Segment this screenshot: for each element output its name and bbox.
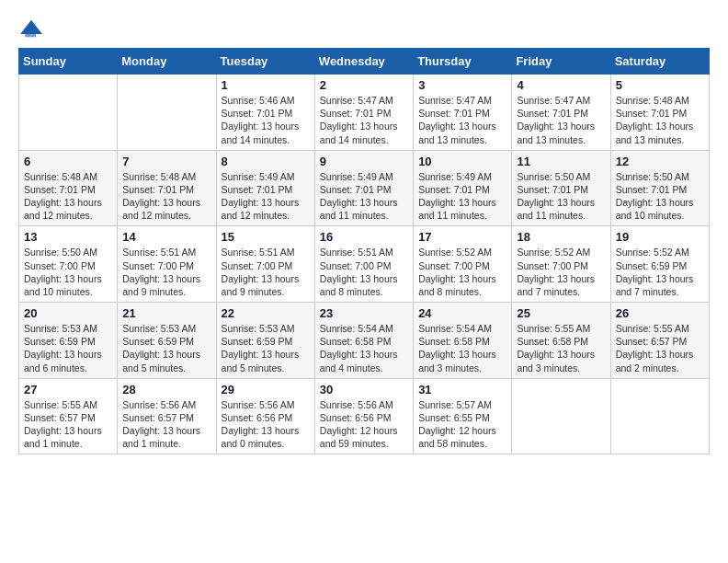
- calendar-cell: 3Sunrise: 5:47 AM Sunset: 7:01 PM Daylig…: [414, 75, 512, 151]
- day-number: 22: [222, 306, 310, 320]
- calendar-week-row: 1Sunrise: 5:46 AM Sunset: 7:01 PM Daylig…: [19, 75, 710, 151]
- cell-content: Sunrise: 5:55 AM Sunset: 6:58 PM Dayligh…: [517, 322, 605, 374]
- calendar-cell: 9Sunrise: 5:49 AM Sunset: 7:01 PM Daylig…: [314, 150, 413, 226]
- calendar-week-row: 6Sunrise: 5:48 AM Sunset: 7:01 PM Daylig…: [19, 150, 710, 226]
- cell-content: Sunrise: 5:56 AM Sunset: 6:56 PM Dayligh…: [320, 398, 408, 451]
- day-header-monday: Monday: [118, 49, 216, 75]
- cell-content: Sunrise: 5:51 AM Sunset: 7:00 PM Dayligh…: [122, 246, 210, 298]
- calendar-cell: 26Sunrise: 5:55 AM Sunset: 6:57 PM Dayli…: [610, 303, 709, 379]
- cell-content: Sunrise: 5:52 AM Sunset: 7:00 PM Dayligh…: [517, 246, 605, 298]
- page-header: [18, 18, 710, 39]
- cell-content: Sunrise: 5:48 AM Sunset: 7:01 PM Dayligh…: [122, 170, 210, 223]
- day-number: 23: [320, 306, 408, 320]
- day-number: 29: [222, 383, 310, 396]
- day-number: 15: [222, 230, 310, 244]
- calendar-cell: 4Sunrise: 5:47 AM Sunset: 7:01 PM Daylig…: [512, 75, 610, 151]
- calendar-cell: 14Sunrise: 5:51 AM Sunset: 7:00 PM Dayli…: [118, 226, 216, 303]
- calendar-cell: 13Sunrise: 5:50 AM Sunset: 7:00 PM Dayli…: [19, 226, 118, 303]
- day-number: 17: [418, 230, 506, 244]
- cell-content: Sunrise: 5:49 AM Sunset: 7:01 PM Dayligh…: [418, 170, 506, 223]
- cell-content: Sunrise: 5:53 AM Sunset: 6:59 PM Dayligh…: [24, 322, 112, 374]
- calendar-week-row: 13Sunrise: 5:50 AM Sunset: 7:00 PM Dayli…: [19, 226, 710, 303]
- day-header-thursday: Thursday: [414, 49, 512, 75]
- day-number: 20: [24, 306, 112, 320]
- calendar-cell: 21Sunrise: 5:53 AM Sunset: 6:59 PM Dayli…: [118, 303, 216, 379]
- calendar-cell: 12Sunrise: 5:50 AM Sunset: 7:01 PM Dayli…: [610, 150, 709, 226]
- calendar-cell: 27Sunrise: 5:55 AM Sunset: 6:57 PM Dayli…: [19, 378, 118, 454]
- cell-content: Sunrise: 5:56 AM Sunset: 6:56 PM Dayligh…: [222, 398, 310, 451]
- day-number: 16: [320, 230, 408, 244]
- calendar-cell: 15Sunrise: 5:51 AM Sunset: 7:00 PM Dayli…: [216, 226, 314, 303]
- calendar-week-row: 27Sunrise: 5:55 AM Sunset: 6:57 PM Dayli…: [19, 378, 710, 454]
- cell-content: Sunrise: 5:57 AM Sunset: 6:55 PM Dayligh…: [418, 398, 506, 451]
- calendar-cell: 17Sunrise: 5:52 AM Sunset: 7:00 PM Dayli…: [414, 226, 512, 303]
- day-number: 9: [320, 155, 408, 168]
- calendar-cell: 7Sunrise: 5:48 AM Sunset: 7:01 PM Daylig…: [118, 150, 216, 226]
- day-number: 1: [222, 78, 310, 92]
- calendar-cell: 29Sunrise: 5:56 AM Sunset: 6:56 PM Dayli…: [216, 378, 314, 454]
- svg-marker-1: [25, 28, 36, 37]
- calendar-cell: 28Sunrise: 5:56 AM Sunset: 6:57 PM Dayli…: [118, 378, 216, 454]
- calendar-cell: 2Sunrise: 5:47 AM Sunset: 7:01 PM Daylig…: [314, 75, 413, 151]
- calendar-cell: 23Sunrise: 5:54 AM Sunset: 6:58 PM Dayli…: [314, 303, 413, 379]
- cell-content: Sunrise: 5:55 AM Sunset: 6:57 PM Dayligh…: [616, 322, 704, 374]
- calendar-cell: 11Sunrise: 5:50 AM Sunset: 7:01 PM Dayli…: [512, 150, 610, 226]
- logo-icon: [18, 18, 44, 39]
- calendar-cell: 22Sunrise: 5:53 AM Sunset: 6:59 PM Dayli…: [216, 303, 314, 379]
- day-number: 18: [517, 230, 605, 244]
- calendar-week-row: 20Sunrise: 5:53 AM Sunset: 6:59 PM Dayli…: [19, 303, 710, 379]
- cell-content: Sunrise: 5:54 AM Sunset: 6:58 PM Dayligh…: [418, 322, 506, 374]
- cell-content: Sunrise: 5:46 AM Sunset: 7:01 PM Dayligh…: [222, 94, 310, 146]
- cell-content: Sunrise: 5:49 AM Sunset: 7:01 PM Dayligh…: [222, 170, 310, 223]
- calendar-cell: 31Sunrise: 5:57 AM Sunset: 6:55 PM Dayli…: [414, 378, 512, 454]
- cell-content: Sunrise: 5:53 AM Sunset: 6:59 PM Dayligh…: [122, 322, 210, 374]
- calendar-cell: 24Sunrise: 5:54 AM Sunset: 6:58 PM Dayli…: [414, 303, 512, 379]
- day-number: 28: [122, 383, 210, 396]
- day-number: 19: [616, 230, 704, 244]
- calendar-cell: 19Sunrise: 5:52 AM Sunset: 6:59 PM Dayli…: [610, 226, 709, 303]
- day-header-wednesday: Wednesday: [314, 49, 413, 75]
- cell-content: Sunrise: 5:51 AM Sunset: 7:00 PM Dayligh…: [222, 246, 310, 298]
- calendar-cell: 10Sunrise: 5:49 AM Sunset: 7:01 PM Dayli…: [414, 150, 512, 226]
- cell-content: Sunrise: 5:47 AM Sunset: 7:01 PM Dayligh…: [418, 94, 506, 146]
- logo: [18, 18, 48, 39]
- cell-content: Sunrise: 5:52 AM Sunset: 7:00 PM Dayligh…: [418, 246, 506, 298]
- day-number: 14: [122, 230, 210, 244]
- cell-content: Sunrise: 5:52 AM Sunset: 6:59 PM Dayligh…: [616, 246, 704, 298]
- day-number: 30: [320, 383, 408, 396]
- day-number: 24: [418, 306, 506, 320]
- day-number: 3: [418, 78, 506, 92]
- day-number: 10: [418, 155, 506, 168]
- calendar-cell: 25Sunrise: 5:55 AM Sunset: 6:58 PM Dayli…: [512, 303, 610, 379]
- day-number: 25: [517, 306, 605, 320]
- calendar-cell: 18Sunrise: 5:52 AM Sunset: 7:00 PM Dayli…: [512, 226, 610, 303]
- day-number: 11: [517, 155, 605, 168]
- cell-content: Sunrise: 5:54 AM Sunset: 6:58 PM Dayligh…: [320, 322, 408, 374]
- day-number: 13: [24, 230, 112, 244]
- cell-content: Sunrise: 5:48 AM Sunset: 7:01 PM Dayligh…: [24, 170, 112, 223]
- calendar-cell: 1Sunrise: 5:46 AM Sunset: 7:01 PM Daylig…: [216, 75, 314, 151]
- calendar-cell: 5Sunrise: 5:48 AM Sunset: 7:01 PM Daylig…: [610, 75, 709, 151]
- day-number: 8: [222, 155, 310, 168]
- calendar-cell: [512, 378, 610, 454]
- calendar-cell: [19, 75, 118, 151]
- cell-content: Sunrise: 5:48 AM Sunset: 7:01 PM Dayligh…: [616, 94, 704, 146]
- calendar-cell: 20Sunrise: 5:53 AM Sunset: 6:59 PM Dayli…: [19, 303, 118, 379]
- calendar-cell: 6Sunrise: 5:48 AM Sunset: 7:01 PM Daylig…: [19, 150, 118, 226]
- calendar-cell: 8Sunrise: 5:49 AM Sunset: 7:01 PM Daylig…: [216, 150, 314, 226]
- calendar-cell: [610, 378, 709, 454]
- day-header-sunday: Sunday: [19, 49, 118, 75]
- cell-content: Sunrise: 5:49 AM Sunset: 7:01 PM Dayligh…: [320, 170, 408, 223]
- cell-content: Sunrise: 5:50 AM Sunset: 7:01 PM Dayligh…: [517, 170, 605, 223]
- day-number: 21: [122, 306, 210, 320]
- day-number: 6: [24, 155, 112, 168]
- day-number: 12: [616, 155, 704, 168]
- cell-content: Sunrise: 5:50 AM Sunset: 7:01 PM Dayligh…: [616, 170, 704, 223]
- cell-content: Sunrise: 5:53 AM Sunset: 6:59 PM Dayligh…: [222, 322, 310, 374]
- cell-content: Sunrise: 5:50 AM Sunset: 7:00 PM Dayligh…: [24, 246, 112, 298]
- cell-content: Sunrise: 5:55 AM Sunset: 6:57 PM Dayligh…: [24, 398, 112, 451]
- day-number: 2: [320, 78, 408, 92]
- calendar: SundayMondayTuesdayWednesdayThursdayFrid…: [18, 48, 710, 454]
- day-number: 31: [418, 383, 506, 396]
- day-header-saturday: Saturday: [610, 49, 709, 75]
